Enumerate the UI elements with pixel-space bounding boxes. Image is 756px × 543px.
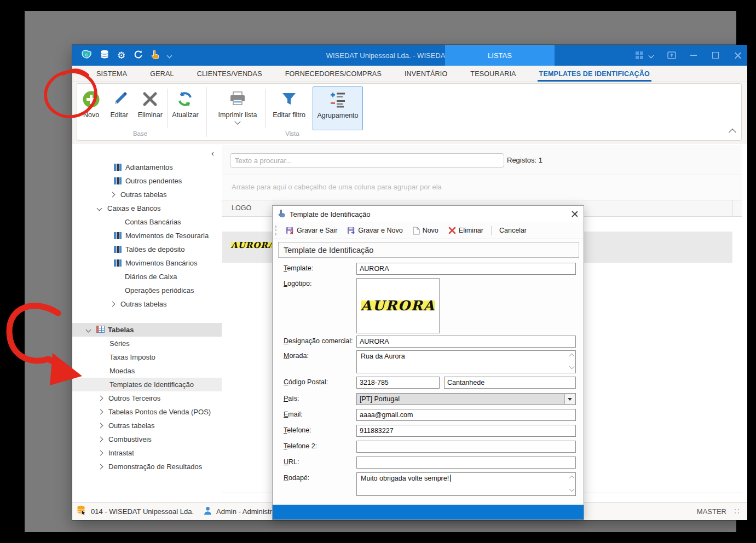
imprimir-lista-button[interactable]: Imprimir lista bbox=[210, 86, 265, 130]
cancelar-button[interactable]: Cancelar bbox=[495, 225, 530, 236]
email-input[interactable] bbox=[356, 409, 576, 421]
table-icon bbox=[96, 326, 105, 334]
tab-clientes-vendas[interactable]: CLIENTES/VENDAS bbox=[186, 66, 274, 82]
column-header-logo[interactable]: LOGO bbox=[232, 204, 251, 212]
ledger-icon bbox=[114, 164, 122, 171]
tree-item-combustiveis[interactable]: Combustíveis bbox=[72, 432, 222, 446]
database-icon[interactable] bbox=[100, 50, 109, 61]
hand-pointer-icon[interactable] bbox=[151, 49, 159, 61]
tree-item-outras-tabelas-3[interactable]: Outras tabelas bbox=[72, 419, 222, 432]
plus-circle-icon bbox=[82, 88, 100, 110]
minimize-button[interactable] bbox=[690, 55, 697, 56]
tree-item-taxas-imposto[interactable]: Taxas Imposto bbox=[72, 350, 222, 364]
tab-inventario[interactable]: INVENTÁRIO bbox=[393, 66, 459, 82]
tree-item-outros-pendentes[interactable]: Outros pendentes bbox=[72, 174, 222, 188]
tree-item-movimentos-de-tesouraria[interactable]: Movimentos de Tesouraria bbox=[72, 229, 222, 242]
tree-item-tabelas-pontos-de-venda[interactable]: Tabelas Pontos de Venda (POS) bbox=[72, 405, 222, 419]
url-input[interactable] bbox=[356, 457, 576, 469]
tree-item-outras-tabelas-1[interactable]: Outras tabelas bbox=[72, 188, 222, 201]
novo-button[interactable]: Novo bbox=[77, 86, 105, 130]
user-icon bbox=[204, 506, 212, 517]
tree-item-moedas[interactable]: Moedas bbox=[72, 364, 222, 378]
dialog-status-strip bbox=[273, 505, 584, 519]
gravar-e-sair-button[interactable]: Gravar e Sair bbox=[282, 225, 341, 236]
tab-templates-de-identificacao[interactable]: TEMPLATES DE IDENTIFICAÇÃO bbox=[528, 66, 661, 82]
group-by-hint: Arraste para aqui o cabeçalho de uma col… bbox=[232, 183, 442, 191]
url-label: URL: bbox=[284, 458, 299, 466]
company-name[interactable]: 014 - WISEDAT Unipessoal Lda. bbox=[91, 507, 194, 516]
rodape-textarea[interactable]: Muito obrigada volte sempre! bbox=[356, 472, 576, 496]
editar-button[interactable]: Editar bbox=[105, 86, 133, 130]
tree-item-tabelas[interactable]: Tabelas bbox=[72, 323, 222, 337]
eliminar-record-button[interactable]: Eliminar bbox=[445, 225, 487, 236]
atualizar-button[interactable]: Atualizar bbox=[168, 86, 203, 130]
combo-dropdown-button[interactable] bbox=[564, 394, 575, 404]
chevron-down-icon bbox=[86, 327, 91, 333]
search-input[interactable] bbox=[230, 153, 504, 167]
toolbar-grip bbox=[275, 226, 278, 235]
editar-filtro-button[interactable]: Editar filtro bbox=[266, 86, 313, 130]
dialog-hand-pointer-icon bbox=[278, 209, 285, 219]
refresh-arrows-icon bbox=[176, 88, 194, 110]
settings-gear-icon[interactable]: ⚙ bbox=[117, 51, 125, 60]
morada-textarea[interactable]: Rua da Aurora bbox=[356, 350, 576, 373]
tree-item-intrastat[interactable]: Intrastat bbox=[72, 446, 222, 460]
tree-item-contas-bancarias[interactable]: Contas Bancárias bbox=[72, 215, 222, 229]
group-by-bar[interactable]: Arraste para aqui o cabeçalho de uma col… bbox=[222, 175, 742, 200]
close-button[interactable] bbox=[734, 51, 742, 59]
tree-item-templates-de-identificacao[interactable]: Templates de Identificação bbox=[72, 378, 222, 391]
chevron-right-icon bbox=[110, 302, 116, 307]
pencil-icon bbox=[111, 88, 128, 110]
collapse-sidebar-icon[interactable]: ‹ bbox=[211, 148, 214, 158]
logotipo-image[interactable]: AURORA bbox=[356, 278, 440, 333]
tree-item-outras-tabelas-2[interactable]: Outras tabelas bbox=[72, 297, 222, 311]
gravar-e-novo-button[interactable]: Gravar e Novo bbox=[343, 225, 406, 236]
codigo-postal-input[interactable] bbox=[356, 377, 440, 389]
agrupamento-button[interactable]: Agrupamento bbox=[313, 86, 363, 130]
pin-window-icon[interactable] bbox=[667, 51, 676, 60]
localidade-input[interactable] bbox=[444, 377, 576, 389]
tree-item-diarios-de-caixa[interactable]: Diários de Caixa bbox=[72, 270, 222, 284]
x-icon bbox=[142, 88, 158, 110]
quick-access-toolbar: c ⚙ bbox=[72, 49, 171, 61]
resize-grip[interactable] bbox=[734, 509, 740, 514]
eliminar-button[interactable]: Eliminar bbox=[133, 86, 167, 130]
layout-grid-icon[interactable] bbox=[635, 51, 644, 60]
window-titlebar[interactable]: c ⚙ WISEDAT Unipessoal Lda. - WISEDAT Co… bbox=[72, 45, 747, 66]
dialog-title: Template de Identificação bbox=[290, 210, 370, 218]
titlebar-chevron-down-icon[interactable] bbox=[649, 53, 654, 58]
telefone2-input[interactable] bbox=[356, 441, 576, 453]
pais-label: País: bbox=[284, 395, 299, 402]
ribbon: Novo Editar Eliminar Atualizar bbox=[72, 82, 747, 144]
dialog-section-title: Template de Identificação bbox=[278, 242, 579, 258]
refresh-icon[interactable] bbox=[134, 50, 143, 61]
novo-record-button[interactable]: Novo bbox=[409, 225, 442, 236]
tree-item-operacoes-periodicas[interactable]: Operações periódicas bbox=[72, 284, 222, 297]
chevron-right-icon bbox=[98, 450, 103, 456]
tree-item-taloes-de-deposito[interactable]: Talões de depósito bbox=[72, 242, 222, 256]
tree-item-demonstracao-de-resultados[interactable]: Demonstração de Resultados bbox=[72, 460, 222, 473]
tab-geral[interactable]: GERAL bbox=[138, 66, 185, 82]
tree-item-outros-terceiros[interactable]: Outros Terceiros bbox=[72, 391, 222, 405]
app-logo-icon[interactable]: c bbox=[81, 49, 92, 61]
tree-item-adiantamentos[interactable]: Adiantamentos bbox=[72, 160, 222, 174]
dialog-titlebar[interactable]: Template de Identificação bbox=[273, 206, 584, 223]
maximize-button[interactable] bbox=[711, 51, 720, 60]
app-window: c ⚙ WISEDAT Unipessoal Lda. - WISEDAT Co… bbox=[72, 45, 747, 520]
dialog-close-icon[interactable] bbox=[571, 210, 578, 217]
tree-item-series[interactable]: Séries bbox=[72, 337, 222, 350]
template-input[interactable] bbox=[356, 263, 576, 275]
pais-combobox[interactable]: [PT] Portugal bbox=[356, 393, 576, 405]
tree-item-movimentos-bancarios[interactable]: Movimentos Bancários bbox=[72, 256, 222, 270]
tab-sistema[interactable]: SISTEMA bbox=[85, 66, 138, 82]
tab-fornecedores-compras[interactable]: FORNECEDORES/COMPRAS bbox=[274, 66, 393, 82]
context-tab-listas[interactable]: LISTAS bbox=[445, 45, 555, 66]
telefone-input[interactable] bbox=[356, 425, 576, 437]
grouping-icon bbox=[330, 89, 346, 111]
printer-icon bbox=[229, 88, 246, 110]
designacao-input[interactable] bbox=[356, 336, 576, 348]
tab-tesouraria[interactable]: TESOURARIA bbox=[459, 66, 527, 82]
chevron-down-icon[interactable] bbox=[167, 53, 172, 58]
ribbon-group-vista-label: Vista bbox=[210, 130, 374, 140]
tree-item-caixas-e-bancos[interactable]: Caixas e Bancos bbox=[72, 201, 222, 215]
